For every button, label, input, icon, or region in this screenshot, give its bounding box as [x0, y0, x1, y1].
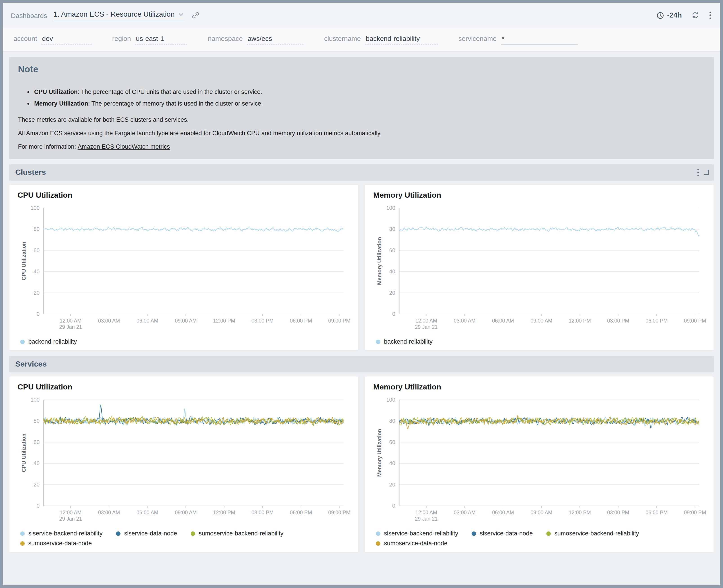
topbar-left: Dashboards 1. Amazon ECS - Resource Util…: [11, 9, 200, 21]
svg-text:100: 100: [31, 397, 40, 403]
svg-text:12:00 PM: 12:00 PM: [569, 318, 591, 324]
svg-text:06:00 PM: 06:00 PM: [290, 318, 312, 324]
overflow-menu-icon[interactable]: [708, 10, 712, 20]
filter-region-label: region: [112, 35, 131, 42]
svg-text:09:00 PM: 09:00 PM: [684, 318, 706, 324]
svg-text:0: 0: [37, 503, 40, 509]
cloudwatch-metrics-link[interactable]: Amazon ECS CloudWatch metrics: [78, 143, 170, 150]
clusters-memory-chart[interactable]: 02040608010012:00 AM29 Jan 2103:00 AM06:…: [372, 202, 706, 335]
legend-item[interactable]: sumoservice-backend-reliability: [546, 530, 639, 537]
legend-swatch: [376, 531, 380, 536]
legend-label: sumoservice-backend-reliability: [555, 530, 639, 537]
legend-item[interactable]: slservice-data-node: [116, 530, 177, 537]
svg-text:40: 40: [34, 268, 40, 274]
legend-item[interactable]: backend-reliability: [376, 338, 433, 345]
legend-item[interactable]: slservice-backend-reliability: [376, 530, 458, 537]
legend-item[interactable]: sumoservice-data-node: [20, 540, 92, 547]
svg-text:0: 0: [37, 311, 40, 317]
chart-canvas-svg: 02040608010012:00 AM29 Jan 2103:00 AM06:…: [17, 394, 351, 526]
more-info-prefix: For more information:: [18, 143, 78, 150]
filter-clustername: clustername backend-reliability: [324, 35, 438, 44]
note-paragraph-1: These metrics are available for both ECS…: [18, 116, 705, 123]
legend-swatch: [190, 531, 195, 536]
svg-text:06:00 PM: 06:00 PM: [290, 510, 312, 516]
legend-label: sumoservice-backend-reliability: [199, 530, 283, 537]
svg-text:20: 20: [34, 482, 40, 488]
legend-swatch: [20, 541, 25, 546]
legend-label: slservice-data-node: [124, 530, 177, 537]
section-title-clusters: Clusters: [15, 168, 696, 177]
topbar-right: -24h: [656, 10, 712, 20]
svg-text:09:00 PM: 09:00 PM: [328, 510, 350, 516]
services-cpu-panel: CPU Utilization 02040608010012:00 AM29 J…: [9, 376, 358, 552]
clusters-cpu-chart[interactable]: 02040608010012:00 AM29 Jan 2103:00 AM06:…: [17, 202, 351, 335]
time-range-label: -24h: [667, 11, 682, 19]
svg-text:CPU Utilization: CPU Utilization: [21, 241, 27, 280]
svg-text:06:00 AM: 06:00 AM: [137, 510, 158, 516]
share-link-icon[interactable]: [192, 11, 200, 19]
services-cpu-chart[interactable]: 02040608010012:00 AM29 Jan 2103:00 AM06:…: [17, 394, 351, 526]
chart-canvas-svg: 02040608010012:00 AM29 Jan 2103:00 AM06:…: [372, 202, 706, 335]
svg-text:29 Jan 21: 29 Jan 21: [415, 324, 438, 330]
refresh-icon[interactable]: [691, 11, 699, 19]
legend-item[interactable]: backend-reliability: [20, 338, 77, 345]
filter-namespace-label: namespace: [208, 35, 243, 42]
svg-text:06:00 AM: 06:00 AM: [137, 318, 158, 324]
svg-text:06:00 PM: 06:00 PM: [645, 318, 667, 324]
filter-account-value[interactable]: dev: [41, 35, 92, 44]
svg-text:12:00 PM: 12:00 PM: [213, 510, 235, 516]
svg-text:12:00 AM: 12:00 AM: [415, 318, 437, 324]
filter-namespace-value[interactable]: aws/ecs: [247, 35, 303, 44]
expand-corner-icon[interactable]: [704, 170, 709, 175]
svg-text:80: 80: [389, 226, 395, 232]
legend-item[interactable]: sumoservice-backend-reliability: [190, 530, 283, 537]
section-menu-icon[interactable]: [696, 168, 700, 178]
chart-title: Memory Utilization: [373, 383, 706, 392]
svg-text:12:00 AM: 12:00 AM: [60, 510, 81, 516]
chart-canvas-svg: 02040608010012:00 AM29 Jan 2103:00 AM06:…: [17, 202, 351, 335]
svg-text:09:00 AM: 09:00 AM: [175, 318, 197, 324]
svg-text:12:00 PM: 12:00 PM: [213, 318, 235, 324]
svg-text:60: 60: [389, 247, 395, 253]
filter-clustername-value[interactable]: backend-reliability: [365, 35, 438, 44]
svg-text:60: 60: [34, 439, 40, 445]
topbar: Dashboards 1. Amazon ECS - Resource Util…: [3, 3, 720, 28]
svg-text:20: 20: [389, 482, 395, 488]
dashboards-breadcrumb[interactable]: Dashboards: [11, 12, 47, 19]
svg-text:Memory Utilization: Memory Utilization: [376, 429, 382, 477]
clock-icon: [656, 12, 664, 19]
svg-text:03:00 PM: 03:00 PM: [252, 318, 274, 324]
time-range-control[interactable]: -24h: [656, 11, 682, 19]
services-panel-row: CPU Utilization 02040608010012:00 AM29 J…: [9, 376, 714, 552]
legend-item[interactable]: slservice-backend-reliability: [20, 530, 102, 537]
note-title: Note: [18, 64, 705, 75]
legend-item[interactable]: slservice-data-node: [471, 530, 533, 537]
svg-text:09:00 AM: 09:00 AM: [175, 510, 197, 516]
chart-canvas-svg: 02040608010012:00 AM29 Jan 2103:00 AM06:…: [372, 394, 706, 526]
services-memory-panel: Memory Utilization 02040608010012:00 AM2…: [365, 376, 714, 552]
svg-text:06:00 PM: 06:00 PM: [645, 510, 667, 516]
filter-account: account dev: [14, 35, 92, 44]
svg-text:29 Jan 21: 29 Jan 21: [415, 516, 438, 522]
legend-label: slservice-data-node: [480, 530, 533, 537]
dashboard-selector[interactable]: 1. Amazon ECS - Resource Utilization: [53, 9, 185, 21]
svg-text:0: 0: [392, 311, 395, 317]
svg-text:09:00 AM: 09:00 AM: [530, 510, 553, 516]
legend-item[interactable]: sumoservice-data-node: [376, 540, 447, 547]
legend-label: backend-reliability: [28, 338, 77, 345]
svg-text:0: 0: [392, 503, 395, 509]
dashboard-title: 1. Amazon ECS - Resource Utilization: [54, 10, 175, 18]
filter-bar: account dev region us-east-1 namespace a…: [3, 28, 720, 52]
chevron-down-icon: [179, 13, 184, 16]
filter-servicename-value[interactable]: *: [501, 35, 578, 44]
chart-title: CPU Utilization: [18, 383, 351, 392]
svg-text:06:00 AM: 06:00 AM: [492, 318, 514, 324]
svg-text:09:00 PM: 09:00 PM: [328, 318, 350, 324]
svg-text:06:00 AM: 06:00 AM: [492, 510, 514, 516]
services-memory-chart[interactable]: 02040608010012:00 AM29 Jan 2103:00 AM06:…: [372, 394, 706, 526]
note-bullet-cpu: CPU Utilization: The percentage of CPU u…: [34, 86, 705, 98]
svg-text:40: 40: [389, 268, 395, 274]
filter-region-value[interactable]: us-east-1: [135, 35, 187, 44]
note-bullet-memory: Memory Utilization: The percentage of me…: [34, 98, 705, 110]
svg-text:80: 80: [389, 418, 395, 424]
